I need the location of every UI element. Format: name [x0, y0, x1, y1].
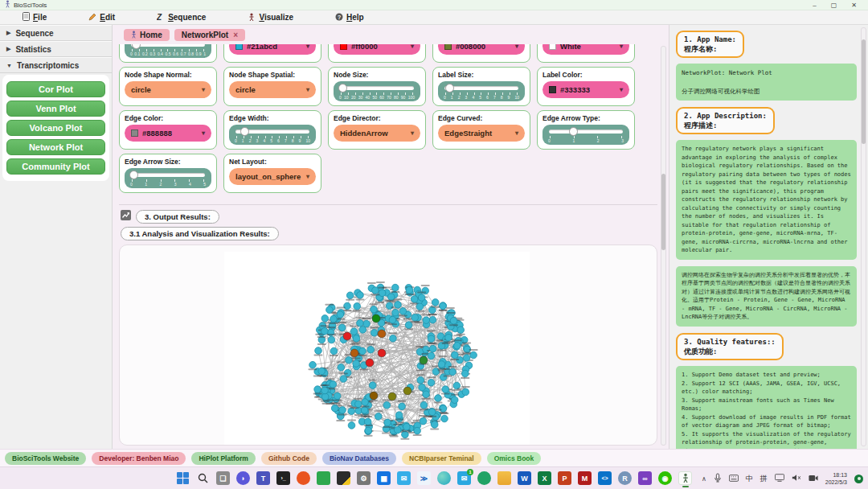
edge-color-select[interactable]: #888888▾: [125, 125, 211, 142]
word-icon[interactable]: W: [518, 471, 531, 485]
slider-track[interactable]: [444, 86, 518, 90]
footer-link-bionav-databases[interactable]: BioNav Databases: [322, 452, 396, 465]
menu-item-edit[interactable]: Edit: [88, 13, 115, 23]
slider-handle[interactable]: [445, 84, 454, 92]
powerpoint-icon[interactable]: P: [558, 471, 571, 485]
menu-item-help[interactable]: ?Help: [335, 13, 364, 23]
mail-icon[interactable]: ✉: [397, 471, 411, 485]
slider-track[interactable]: [131, 44, 205, 47]
tab-home[interactable]: Home: [124, 29, 170, 41]
footer-link-ncbiparser-teminal[interactable]: NCBIparser Teminal: [402, 452, 481, 465]
search-icon[interactable]: [196, 471, 210, 485]
store-icon[interactable]: ▦: [377, 471, 391, 485]
edge-director-select[interactable]: HiddenArrow▾: [334, 125, 420, 142]
tab-close-icon[interactable]: ×: [233, 31, 238, 39]
slider-track[interactable]: [340, 86, 414, 90]
sidebar-section-statistics[interactable]: ▶Statistics: [0, 41, 112, 57]
maximize-button[interactable]: ▢: [831, 2, 837, 9]
cast-screen-icon[interactable]: [775, 474, 784, 483]
edge-arrow-size-slider[interactable]: 012345: [125, 168, 211, 188]
info-scrollbar[interactable]: [861, 27, 866, 446]
footer-link-omics-book[interactable]: Omics Book: [487, 452, 542, 465]
slider-track[interactable]: [235, 129, 309, 134]
minimize-button[interactable]: –: [813, 2, 816, 9]
notification-badge-icon[interactable]: [854, 475, 863, 483]
node-shape-spatial-select[interactable]: circle▾: [229, 81, 316, 98]
008000-select[interactable]: #008000▾: [438, 44, 525, 55]
label-size-slider[interactable]: 012345678910: [438, 81, 525, 101]
sidebar-button-volcano-plot[interactable]: Volcano Plot: [6, 120, 105, 136]
footer-link-github-code[interactable]: Github Code: [261, 452, 317, 465]
menu-item-visualize[interactable]: Visualize: [248, 13, 293, 23]
node-size-slider[interactable]: 0102030405060708090100: [334, 81, 420, 101]
sidebar-button-cor-plot[interactable]: Cor Plot: [6, 81, 105, 97]
app-name-heading: 1. App Name: 程序名称:: [676, 31, 744, 58]
green-app-icon[interactable]: [317, 471, 330, 485]
camera-device-icon[interactable]: [809, 475, 818, 483]
ubuntu-icon[interactable]: [297, 471, 310, 485]
white-select[interactable]: White▾: [542, 44, 629, 55]
wechat-icon[interactable]: ◉: [658, 471, 672, 485]
slider-track[interactable]: [131, 173, 205, 177]
network-plot-canvas[interactable]: [224, 252, 530, 446]
footer-link-hiplot-platform[interactable]: HiPlot Platform: [191, 452, 255, 465]
taskbar-clock[interactable]: 18:13 2022/5/3: [825, 471, 847, 486]
info-scrollbar-thumb[interactable]: [862, 39, 866, 144]
net-layout-select[interactable]: layout_on_sphere▾: [229, 168, 316, 185]
color-swatch: [444, 44, 452, 50]
control-slider[interactable]: 00.10.20.30.40.50.60.70.80.91: [125, 44, 211, 58]
slider-handle[interactable]: [129, 171, 138, 179]
slider-handle[interactable]: [132, 44, 141, 49]
start-icon[interactable]: [176, 471, 190, 485]
keyboard-icon[interactable]: [729, 475, 739, 483]
slider-handle[interactable]: [240, 127, 249, 136]
tray-chevron-icon[interactable]: ∧: [702, 475, 706, 483]
globe-icon[interactable]: [437, 471, 451, 485]
menu-item-sequence[interactable]: ZSequence: [157, 13, 206, 23]
slider-handle[interactable]: [338, 84, 347, 92]
terminal-icon[interactable]: ›_: [276, 471, 290, 485]
file-explorer-icon[interactable]: [497, 471, 511, 485]
power-automate-icon[interactable]: ≫: [417, 471, 431, 485]
mail-unread-icon[interactable]: ✉1: [457, 471, 471, 485]
sidebar-section-sequence[interactable]: ▶Sequence: [0, 25, 112, 41]
teams-icon[interactable]: T: [256, 471, 270, 485]
excel-icon[interactable]: X: [538, 471, 551, 485]
matlab-icon[interactable]: M: [578, 471, 592, 485]
label-color-select[interactable]: #333333▾: [542, 81, 629, 98]
sidebar-button-community-plot[interactable]: Community Plot: [6, 158, 105, 175]
microphone-icon[interactable]: [714, 473, 722, 484]
speaker-muted-icon[interactable]: [792, 474, 801, 483]
notepad-icon[interactable]: [337, 471, 350, 485]
sidebar-button-venn-plot[interactable]: Venn Plot: [6, 101, 105, 117]
bioscitools-app-icon[interactable]: [678, 471, 692, 485]
close-button[interactable]: ✕: [851, 2, 857, 9]
main-scrollbar[interactable]: [661, 46, 666, 446]
tab-networkplot[interactable]: NetworkPlot ×: [174, 29, 245, 41]
slider-handle[interactable]: [569, 127, 578, 136]
visual-studio-icon[interactable]: ∞: [638, 471, 652, 485]
footer-link-bioscitools-website[interactable]: BioSciTools Website: [5, 452, 86, 465]
r-icon[interactable]: R: [618, 471, 632, 485]
main-scrollbar-thumb[interactable]: [661, 174, 665, 250]
chart-result-icon[interactable]: [121, 209, 131, 224]
ff0000-select[interactable]: #ff0000▾: [334, 44, 420, 55]
21abcd-select[interactable]: #21abcd▾: [229, 44, 316, 55]
node-shape-normal-select[interactable]: circle▾: [125, 81, 211, 98]
task-view-icon[interactable]: ❏: [216, 471, 230, 485]
card-label: Edge Curved:: [438, 114, 525, 122]
slider-track[interactable]: [549, 129, 623, 134]
sidebar-section-transcriptomics[interactable]: ▼Transcriptomics: [0, 57, 112, 73]
footer-link-developer-benben-miao[interactable]: Developer: Benben Miao: [92, 452, 186, 465]
edge-arrow-type-slider[interactable]: 0123: [542, 125, 629, 145]
sidebar-button-network-plot[interactable]: Network Plot: [6, 139, 105, 155]
ime-lang-indicator[interactable]: 中: [746, 474, 753, 484]
green-circle-app-icon[interactable]: [477, 471, 491, 485]
chat-icon[interactable]: ◗: [236, 471, 250, 485]
settings-gear-icon[interactable]: ⚙: [357, 471, 371, 485]
vscode-icon[interactable]: <>: [598, 471, 612, 485]
edge-width-slider[interactable]: 012345678910: [229, 125, 316, 145]
edge-curved-select[interactable]: EdgeStraight▾: [438, 125, 525, 142]
ime-pinyin-indicator[interactable]: 拼: [760, 474, 768, 484]
menu-item-file[interactable]: File: [23, 12, 47, 23]
